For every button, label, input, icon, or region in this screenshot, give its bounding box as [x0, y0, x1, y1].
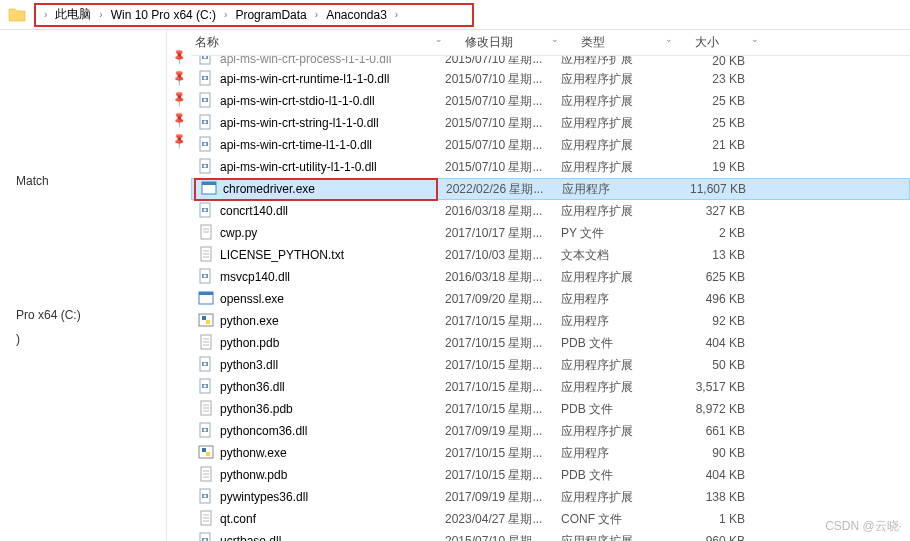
file-name-cell[interactable]: LICENSE_PYTHON.txt [193, 246, 437, 265]
file-name-cell[interactable]: api-ms-win-crt-runtime-l1-1-0.dll [193, 70, 437, 89]
file-list[interactable]: api-ms-win-crt-process-l1-1-0.dll2015/07… [191, 56, 910, 541]
file-row[interactable]: api-ms-win-crt-utility-l1-1-0.dll2015/07… [191, 156, 910, 178]
file-name-cell[interactable]: python.exe [193, 312, 437, 331]
file-name: api-ms-win-crt-stdio-l1-1-0.dll [220, 94, 375, 108]
file-name-cell[interactable]: concrt140.dll [193, 202, 437, 221]
file-name-cell[interactable]: pythonw.pdb [193, 466, 437, 485]
file-name-cell[interactable]: api-ms-win-crt-utility-l1-1-0.dll [193, 158, 437, 177]
file-name: python3.dll [220, 358, 278, 372]
dll-file-icon [197, 202, 215, 221]
file-row[interactable]: pywintypes36.dll2017/09/19 星期...应用程序扩展13… [191, 486, 910, 508]
file-name-cell[interactable]: python.pdb [193, 334, 437, 353]
file-row[interactable]: qt.conf2023/04/27 星期...CONF 文件1 KB [191, 508, 910, 530]
breadcrumb-segment[interactable]: Anaconda3 [320, 6, 393, 24]
file-name-cell[interactable]: cwp.py [193, 224, 437, 243]
file-row[interactable]: openssl.exe2017/09/20 星期...应用程序496 KB [191, 288, 910, 310]
file-row[interactable]: python36.pdb2017/10/15 星期...PDB 文件8,972 … [191, 398, 910, 420]
file-size: 19 KB [667, 160, 753, 174]
nav-drive[interactable]: Pro x64 (C:) [0, 304, 166, 326]
file-date: 2016/03/18 星期... [437, 203, 553, 220]
column-name[interactable]: 名称⌄ [191, 34, 457, 51]
svg-point-42 [204, 362, 207, 365]
exe-file-icon [197, 444, 215, 463]
file-name: qt.conf [220, 512, 256, 526]
file-name-cell[interactable]: openssl.exe [193, 290, 437, 309]
file-row[interactable]: api-ms-win-crt-runtime-l1-1-0.dll2015/07… [191, 68, 910, 90]
file-date: 2017/10/15 星期... [437, 401, 553, 418]
file-name: api-ms-win-crt-runtime-l1-1-0.dll [220, 72, 389, 86]
file-row[interactable]: api-ms-win-crt-stdio-l1-1-0.dll2015/07/1… [191, 90, 910, 112]
file-row[interactable]: pythonw.exe2017/10/15 星期...应用程序90 KB [191, 442, 910, 464]
file-row[interactable]: msvcp140.dll2016/03/18 星期...应用程序扩展625 KB [191, 266, 910, 288]
breadcrumb[interactable]: ›此电脑›Win 10 Pro x64 (C:)›ProgramData›Ana… [34, 3, 474, 27]
file-row[interactable]: api-ms-win-crt-process-l1-1-0.dll2015/07… [191, 56, 910, 68]
file-name-cell[interactable]: msvcp140.dll [193, 268, 437, 287]
file-name-cell[interactable]: api-ms-win-crt-string-l1-1-0.dll [193, 114, 437, 133]
column-date[interactable]: 修改日期⌄ [457, 34, 573, 51]
file-type: 应用程序扩展 [553, 489, 667, 506]
file-name-cell[interactable]: api-ms-win-crt-time-l1-1-0.dll [193, 136, 437, 155]
chevron-down-icon[interactable]: ⌄ [751, 34, 765, 51]
file-size: 1 KB [667, 512, 753, 526]
file-size: 11,607 KB [668, 182, 754, 196]
breadcrumb-segment[interactable]: ProgramData [229, 6, 312, 24]
file-row[interactable]: cwp.py2017/10/17 星期...PY 文件2 KB [191, 222, 910, 244]
file-type: CONF 文件 [553, 511, 667, 528]
file-date: 2017/09/19 星期... [437, 489, 553, 506]
file-name-cell[interactable]: pythonw.exe [193, 444, 437, 463]
file-name-cell[interactable]: pythoncom36.dll [193, 422, 437, 441]
column-type[interactable]: 类型⌄ [573, 34, 687, 51]
file-size: 661 KB [667, 424, 753, 438]
file-name-cell[interactable]: pywintypes36.dll [193, 488, 437, 507]
file-date: 2022/02/26 星期... [438, 181, 554, 198]
file-date: 2015/07/10 星期... [437, 533, 553, 542]
file-row[interactable]: LICENSE_PYTHON.txt2017/10/03 星期...文本文档13… [191, 244, 910, 266]
breadcrumb-segment[interactable]: 此电脑 [49, 4, 97, 25]
file-row[interactable]: api-ms-win-crt-string-l1-1-0.dll2015/07/… [191, 112, 910, 134]
file-row[interactable]: python36.dll2017/10/15 星期...应用程序扩展3,517 … [191, 376, 910, 398]
file-date: 2023/04/27 星期... [437, 511, 553, 528]
file-type: PDB 文件 [553, 467, 667, 484]
nav-match[interactable]: Match [0, 170, 166, 192]
file-row[interactable]: api-ms-win-crt-time-l1-1-0.dll2015/07/10… [191, 134, 910, 156]
file-row[interactable]: chromedriver.exe2022/02/26 星期...应用程序11,6… [191, 178, 910, 200]
chevron-down-icon[interactable]: ⌄ [435, 34, 449, 51]
file-date: 2017/10/15 星期... [437, 313, 553, 330]
chevron-down-icon[interactable]: ⌄ [665, 34, 679, 51]
file-row[interactable]: python.exe2017/10/15 星期...应用程序92 KB [191, 310, 910, 332]
file-name: pythonw.pdb [220, 468, 287, 482]
breadcrumb-segment[interactable]: Win 10 Pro x64 (C:) [105, 6, 222, 24]
file-type: 应用程序扩展 [553, 533, 667, 542]
file-row[interactable]: pythoncom36.dll2017/09/19 星期...应用程序扩展661… [191, 420, 910, 442]
dll-file-icon [197, 422, 215, 441]
file-list-pane: 名称⌄ 修改日期⌄ 类型⌄ 大小⌄ api-ms-win-crt-process… [191, 30, 910, 541]
file-name-cell[interactable]: python3.dll [193, 356, 437, 375]
file-name-cell[interactable]: chromedriver.exe [194, 178, 438, 201]
chevron-right-icon: › [313, 9, 320, 20]
file-name-cell[interactable]: python36.dll [193, 378, 437, 397]
nav-paren[interactable]: ) [0, 328, 166, 350]
column-size[interactable]: 大小⌄ [687, 34, 773, 51]
file-name-cell[interactable]: api-ms-win-crt-stdio-l1-1-0.dll [193, 92, 437, 111]
chevron-right-icon: › [393, 9, 400, 20]
dll-file-icon [197, 92, 215, 111]
file-row[interactable]: python.pdb2017/10/15 星期...PDB 文件404 KB [191, 332, 910, 354]
file-name: api-ms-win-crt-time-l1-1-0.dll [220, 138, 372, 152]
file-date: 2015/07/10 星期... [437, 71, 553, 88]
folder-icon [0, 6, 34, 24]
file-name-cell[interactable]: python36.pdb [193, 400, 437, 419]
file-row[interactable]: python3.dll2017/10/15 星期...应用程序扩展50 KB [191, 354, 910, 376]
file-name-cell[interactable]: qt.conf [193, 510, 437, 529]
dll-file-icon [197, 114, 215, 133]
chevron-down-icon[interactable]: ⌄ [551, 34, 565, 51]
file-date: 2015/07/10 星期... [437, 137, 553, 154]
file-name-cell[interactable]: ucrtbase.dll [193, 532, 437, 542]
txt-file-icon [197, 334, 215, 353]
file-name-cell[interactable]: api-ms-win-crt-process-l1-1-0.dll [193, 56, 437, 68]
dll-file-icon [197, 378, 215, 397]
file-row[interactable]: ucrtbase.dll2015/07/10 星期...应用程序扩展960 KB [191, 530, 910, 541]
file-type: 应用程序扩展 [553, 379, 667, 396]
file-row[interactable]: concrt140.dll2016/03/18 星期...应用程序扩展327 K… [191, 200, 910, 222]
file-row[interactable]: pythonw.pdb2017/10/15 星期...PDB 文件404 KB [191, 464, 910, 486]
svg-point-32 [204, 274, 207, 277]
